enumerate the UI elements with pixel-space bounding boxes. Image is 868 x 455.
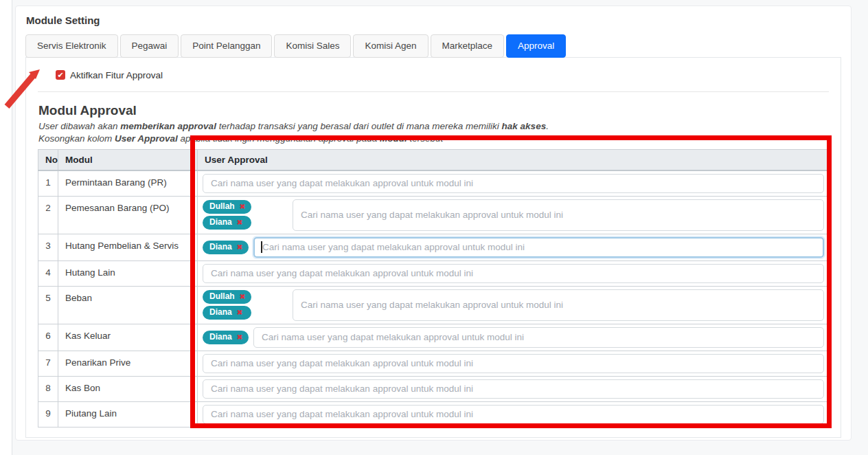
- approval-checkbox-label: Aktifkan Fitur Approval: [70, 70, 163, 80]
- page-title: Module Setting: [26, 14, 841, 26]
- remove-user-icon[interactable]: ✖: [237, 333, 242, 341]
- row-number: 8: [38, 376, 58, 401]
- user-search-input[interactable]: [203, 264, 824, 283]
- module-name: Beban: [58, 286, 198, 324]
- user-approval-cell: Dullah✖Diana✖: [203, 199, 824, 231]
- table-row: 6 Kas Keluar Diana✖: [38, 324, 830, 351]
- user-approval-cell: [203, 379, 824, 399]
- user-tag-label: Diana: [209, 308, 232, 317]
- user-tag-list: Diana✖: [203, 331, 249, 344]
- user-tag-diana: Diana✖: [203, 331, 249, 344]
- user-tag-label: Dullah: [209, 202, 235, 211]
- user-search-input[interactable]: [253, 327, 824, 348]
- user-tag-diana: Diana✖: [203, 216, 251, 230]
- row-number: 6: [38, 324, 58, 351]
- row-number: 2: [38, 196, 58, 234]
- description-line-2: Kosongkan kolom User Approval apabila ti…: [38, 133, 829, 146]
- user-tag-dullah: Dullah✖: [203, 290, 251, 304]
- table-row: 3 Hutang Pembelian & Servis Diana✖: [38, 234, 830, 260]
- user-search-input[interactable]: [253, 237, 824, 258]
- table-row: 7 Penarikan Prive: [38, 351, 830, 376]
- tab-komisi-sales[interactable]: Komisi Sales: [274, 34, 351, 58]
- tab-marketplace[interactable]: Marketplace: [431, 34, 505, 58]
- user-search-wrap: [253, 327, 824, 348]
- tab-pegawai[interactable]: Pegawai: [120, 34, 179, 58]
- tab-bar: Servis ElektronikPegawaiPoint PelangganK…: [25, 34, 841, 58]
- user-tag-label: Dullah: [209, 292, 235, 301]
- remove-user-icon[interactable]: ✖: [237, 243, 242, 251]
- module-name: Penarikan Prive: [58, 351, 198, 376]
- user-tag-label: Diana: [209, 243, 232, 252]
- tab-komisi-agen[interactable]: Komisi Agen: [353, 34, 428, 58]
- table-row: 1 Permintaan Barang (PR): [38, 170, 830, 197]
- description-line-1: User dibawah akan memberikan approval te…: [38, 120, 829, 133]
- row-number: 4: [38, 260, 58, 286]
- approval-checkbox[interactable]: ✔: [56, 70, 65, 80]
- remove-user-icon[interactable]: ✖: [240, 203, 245, 210]
- user-search-wrap: [203, 379, 824, 399]
- remove-user-icon[interactable]: ✖: [240, 293, 245, 300]
- left-edge-divider: [0, 0, 12, 455]
- module-name: Piutang Lain: [58, 401, 198, 427]
- user-tag-label: Diana: [209, 218, 232, 227]
- row-number: 9: [38, 401, 58, 427]
- approval-table: No Modul User Approval 1 Permintaan Bara…: [38, 149, 830, 428]
- table-row: 2 Pemesanan Barang (PO) Dullah✖Diana✖: [38, 196, 830, 234]
- user-approval-cell: Dullah✖Diana✖: [203, 289, 824, 321]
- tab-point-pelanggan[interactable]: Point Pelanggan: [181, 34, 272, 58]
- user-search-wrap: [293, 199, 824, 231]
- row-number: 3: [38, 234, 58, 260]
- user-search-wrap: [203, 405, 824, 424]
- module-name: Hutang Pembelian & Servis: [58, 234, 198, 260]
- module-name: Kas Keluar: [58, 324, 198, 351]
- section-divider: [38, 91, 829, 92]
- user-search-wrap: [293, 289, 824, 321]
- remove-user-icon[interactable]: ✖: [237, 219, 242, 226]
- user-tag-list: Diana✖: [203, 241, 249, 254]
- user-search-wrap: [203, 174, 824, 193]
- row-number: 1: [38, 170, 58, 197]
- user-search-wrap: [203, 264, 824, 283]
- approval-table-body: 1 Permintaan Barang (PR) 2 Pemesanan Bar…: [38, 170, 830, 428]
- table-row: 5 Beban Dullah✖Diana✖: [38, 286, 830, 324]
- table-row: 9 Piutang Lain: [38, 401, 830, 427]
- user-search-input[interactable]: [203, 354, 824, 373]
- header-modul: Modul: [58, 149, 198, 170]
- header-no: No: [38, 149, 58, 170]
- user-search-input[interactable]: [203, 405, 824, 424]
- approval-tab-panel: ✔ Aktifkan Fitur Approval Modul Approval…: [25, 57, 841, 438]
- section-title: Modul Approval: [38, 103, 829, 118]
- tab-servis-elektronik[interactable]: Servis Elektronik: [25, 34, 118, 58]
- module-setting-card: Module Setting Servis ElektronikPegawaiP…: [15, 5, 852, 441]
- user-tag-diana: Diana✖: [203, 241, 249, 254]
- user-approval-cell: [203, 405, 824, 424]
- user-search-input[interactable]: [203, 379, 824, 399]
- module-name: Hutang Lain: [58, 260, 198, 286]
- user-approval-cell: Diana✖: [203, 237, 824, 258]
- user-approval-cell: [203, 354, 824, 373]
- module-name: Pemesanan Barang (PO): [58, 196, 198, 234]
- user-approval-cell: Diana✖: [203, 327, 824, 348]
- tab-approval[interactable]: Approval: [506, 34, 566, 58]
- user-search-wrap: [253, 237, 824, 258]
- row-number: 5: [38, 286, 58, 324]
- user-tag-diana: Diana✖: [203, 306, 251, 320]
- user-search-input[interactable]: [293, 199, 824, 231]
- module-name: Permintaan Barang (PR): [58, 170, 198, 197]
- table-row: 4 Hutang Lain: [38, 260, 830, 286]
- user-tag-list: Dullah✖Diana✖: [203, 200, 251, 230]
- user-approval-cell: [203, 174, 824, 193]
- user-tag-dullah: Dullah✖: [203, 200, 251, 214]
- row-number: 7: [38, 351, 58, 376]
- module-name: Kas Bon: [58, 376, 198, 401]
- table-header-row: No Modul User Approval: [38, 149, 830, 170]
- remove-user-icon[interactable]: ✖: [237, 309, 242, 316]
- header-user-approval: User Approval: [198, 149, 830, 170]
- user-tag-list: Dullah✖Diana✖: [203, 290, 251, 320]
- user-search-wrap: [203, 354, 824, 373]
- enable-approval-row: ✔ Aktifkan Fitur Approval: [56, 70, 829, 80]
- user-search-input[interactable]: [203, 174, 824, 193]
- user-approval-cell: [203, 264, 824, 283]
- user-search-input[interactable]: [293, 289, 824, 321]
- table-row: 8 Kas Bon: [38, 376, 830, 401]
